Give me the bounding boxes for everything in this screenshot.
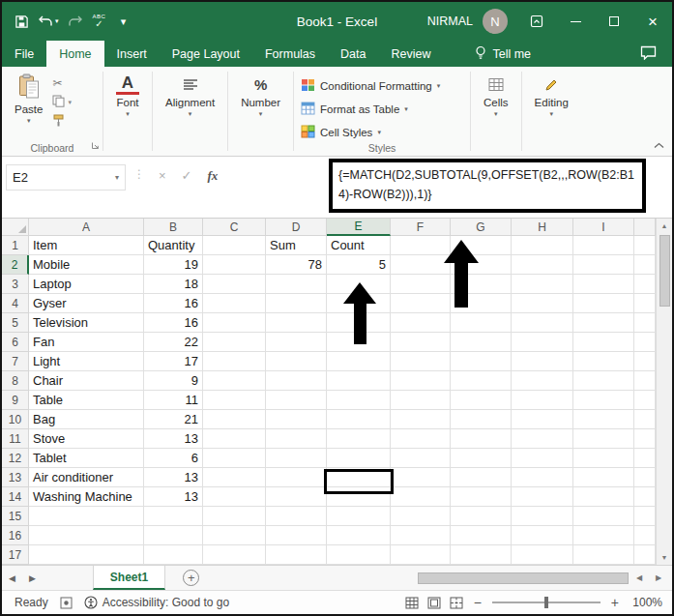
cell-E15[interactable] [327,507,391,526]
tab-insert[interactable]: Insert [104,41,160,67]
cell-H7[interactable] [512,352,573,371]
cell-G13[interactable] [451,468,512,487]
cell-A8[interactable]: Chair [29,371,144,391]
row-header-13[interactable]: 13 [2,468,29,487]
cell-H15[interactable] [512,507,573,526]
cell-H5[interactable] [512,313,573,333]
row-header-4[interactable]: 4 [2,294,29,313]
cell-E9[interactable] [327,391,391,410]
alignment-button[interactable]: Alignment ▾ [160,72,220,119]
format-as-table-button[interactable]: Format as Table ▾ [301,99,440,119]
cell-I2[interactable] [573,255,634,275]
macro-record-icon[interactable] [60,597,73,609]
cell-I10[interactable] [573,410,634,429]
cell-A12[interactable]: Tablet [29,449,144,468]
cell-F1[interactable] [391,236,451,255]
scroll-left-icon[interactable]: ◀ [636,566,642,590]
save-icon[interactable] [14,13,29,30]
format-painter-button[interactable] [52,114,72,129]
name-box-dropdown-icon[interactable]: ▾ [115,173,119,182]
row-header-17[interactable]: 17 [2,545,29,565]
cell-G9[interactable] [451,391,512,410]
cell-E17[interactable] [327,545,391,565]
scroll-up-icon[interactable]: ▲ [657,219,672,233]
cell-C13[interactable] [203,468,266,487]
cell-C5[interactable] [203,313,266,333]
cell-B10[interactable]: 21 [144,410,203,429]
cell-C4[interactable] [203,294,266,313]
cell-B15[interactable] [144,507,203,526]
horizontal-scrollbar-thumb[interactable] [418,572,629,584]
tab-tell-me[interactable]: Tell me [462,41,543,67]
cancel-icon[interactable]: × [151,168,174,183]
cell-A10[interactable]: Bag [29,410,144,429]
cell-A7[interactable]: Light [29,352,144,371]
cell-D10[interactable] [266,410,327,429]
cell-F11[interactable] [391,429,451,449]
cell-D15[interactable] [266,507,327,526]
cell-E5[interactable] [327,313,391,333]
clipboard-dialog-launcher-icon[interactable] [91,136,100,154]
cell-F14[interactable] [391,487,451,507]
row-header-8[interactable]: 8 [2,371,29,391]
cell-F5[interactable] [391,313,451,333]
column-header-H[interactable]: H [512,219,573,236]
row-header-7[interactable]: 7 [2,352,29,371]
cell-B8[interactable]: 9 [144,371,203,391]
cell-I3[interactable] [573,275,634,294]
cell-I9[interactable] [573,391,634,410]
cell-E4[interactable] [327,294,391,313]
cell-A5[interactable]: Television [29,313,144,333]
zoom-slider[interactable] [492,601,601,603]
maximize-button[interactable] [595,2,633,41]
cell-H4[interactable] [512,294,573,313]
cell-D8[interactable] [266,371,327,391]
cell-I14[interactable] [573,487,634,507]
comment-icon[interactable] [640,45,657,63]
cell-B13[interactable]: 13 [144,468,203,487]
sheet-tab-sheet1[interactable]: Sheet1 [93,566,165,590]
spelling-check-icon[interactable]: ABC✓ [92,13,107,30]
scroll-right-icon[interactable]: ▶ [656,566,661,590]
cell-H9[interactable] [512,391,573,410]
editing-button[interactable]: Editing ▾ [529,72,574,119]
zoom-slider-thumb[interactable] [544,597,548,608]
row-header-12[interactable]: 12 [2,449,29,468]
cell-D1[interactable]: Sum [266,236,327,255]
cell-I16[interactable] [573,526,634,545]
row-header-15[interactable]: 15 [2,507,29,526]
cell-I4[interactable] [573,294,634,313]
cell-G14[interactable] [451,487,512,507]
cell-E11[interactable] [327,429,391,449]
cell-D2[interactable]: 78 [266,255,327,275]
page-break-view-icon[interactable] [450,597,463,609]
cell-E14[interactable] [327,487,391,507]
cell-F8[interactable] [391,371,451,391]
cell-I15[interactable] [573,507,634,526]
cell-H14[interactable] [512,487,573,507]
cell-E2[interactable]: 5 [327,255,391,275]
conditional-formatting-button[interactable]: Conditional Formatting ▾ [301,75,440,96]
undo-dropdown-icon[interactable]: ▾ [55,17,59,25]
cell-G11[interactable] [451,429,512,449]
cell-E10[interactable] [327,410,391,429]
row-header-2[interactable]: 2 [2,255,29,275]
cell-D3[interactable] [266,275,327,294]
cell-B12[interactable]: 6 [144,449,203,468]
cell-C8[interactable] [203,371,266,391]
cell-I6[interactable] [573,333,634,352]
cell-styles-button[interactable]: Cell Styles ▾ [301,122,440,142]
copy-button[interactable]: ▾ [52,95,72,109]
cell-A13[interactable]: Air conditioner [29,468,144,487]
cell-B6[interactable]: 22 [144,333,203,352]
cell-E1[interactable]: Count [327,236,391,255]
cell-D14[interactable] [266,487,327,507]
cell-A16[interactable] [29,526,144,545]
tab-review[interactable]: Review [378,41,443,67]
column-header-D[interactable]: D [266,219,327,236]
name-box[interactable]: E2 ▾ [6,164,126,191]
cell-D13[interactable] [266,468,327,487]
row-header-10[interactable]: 10 [2,410,29,429]
cell-H6[interactable] [512,333,573,352]
row-header-1[interactable]: 1 [2,236,29,255]
